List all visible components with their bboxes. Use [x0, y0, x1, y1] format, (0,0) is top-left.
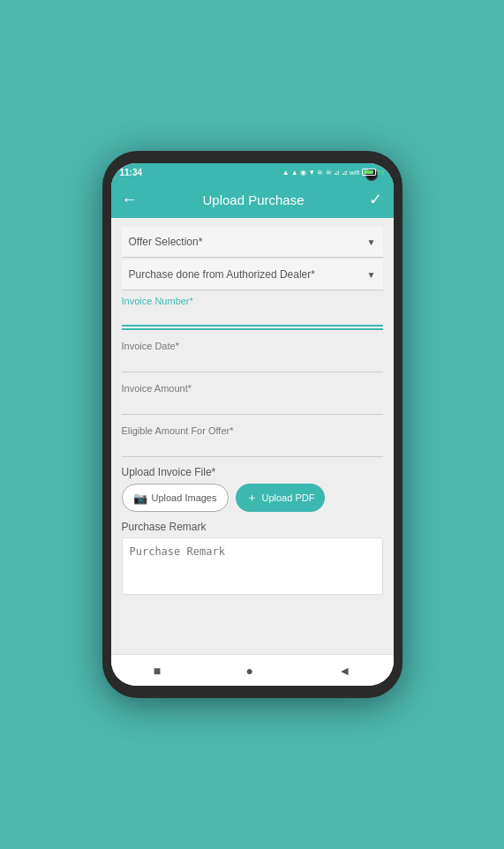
nav-circle-button[interactable]: ●: [246, 664, 253, 678]
status-right: ▲ ▲ ◉ ▼ ≋ ≋ ⊿ ⊿ wifi 79: [282, 169, 385, 177]
nav-square-button[interactable]: ■: [154, 664, 161, 678]
authorized-dealer-dropdown[interactable]: Purchase done from Authorized Dealer* ▼: [122, 259, 383, 290]
authorized-dealer-arrow: ▼: [367, 270, 376, 280]
form-content: Offer Selection* ▼ Purchase done from Au…: [111, 218, 394, 654]
status-time: 11:34: [120, 168, 143, 177]
plus-icon: ＋: [246, 490, 258, 506]
app-bar: ← Upload Purchase ✓: [111, 181, 394, 218]
upload-invoice-label: Upload Invoice File*: [122, 466, 383, 478]
camera-icon: 📷: [133, 492, 147, 505]
page-title: Upload Purchase: [202, 192, 304, 207]
offer-selection-arrow: ▼: [367, 237, 376, 247]
authorized-dealer-label: Purchase done from Authorized Dealer*: [129, 268, 315, 281]
purchase-remark-label: Purchase Remark: [122, 521, 383, 533]
bottom-nav: ■ ● ◄: [111, 654, 394, 686]
eligible-amount-group: Eligible Amount For Offer*: [122, 420, 383, 457]
invoice-date-label: Invoice Date*: [122, 341, 383, 351]
nav-back-button[interactable]: ◄: [338, 664, 350, 678]
signal-icons: ▲ ▲ ◉ ▼ ≋ ≋ ⊿ ⊿: [282, 169, 348, 177]
back-button[interactable]: ←: [122, 191, 138, 209]
upload-buttons-group: 📷 Upload Images ＋ Upload PDF: [122, 484, 383, 512]
status-bar: 11:34 ▲ ▲ ◉ ▼ ≋ ≋ ⊿ ⊿ wifi 79: [111, 163, 394, 181]
eligible-amount-input[interactable]: [122, 439, 383, 455]
phone-screen: 11:34 ▲ ▲ ◉ ▼ ≋ ≋ ⊿ ⊿ wifi 79 ← Upload P…: [111, 163, 394, 686]
invoice-amount-label: Invoice Amount*: [122, 383, 383, 394]
eligible-amount-label: Eligible Amount For Offer*: [122, 425, 383, 436]
invoice-number-group: Invoice Number*: [122, 290, 383, 330]
upload-images-label: Upload Images: [152, 492, 217, 503]
invoice-number-label: Invoice Number*: [122, 296, 383, 306]
invoice-amount-input[interactable]: [122, 396, 383, 412]
confirm-button[interactable]: ✓: [369, 190, 382, 209]
phone-outer: 11:34 ▲ ▲ ◉ ▼ ≋ ≋ ⊿ ⊿ wifi 79 ← Upload P…: [102, 151, 402, 698]
wifi-icon: wifi: [350, 169, 360, 177]
invoice-date-input[interactable]: [122, 354, 383, 370]
upload-pdf-label: Upload PDF: [262, 492, 315, 503]
offer-selection-dropdown[interactable]: Offer Selection* ▼: [122, 227, 383, 258]
invoice-number-input[interactable]: [122, 309, 383, 327]
battery-icon: 79: [362, 169, 385, 177]
invoice-amount-group: Invoice Amount*: [122, 378, 383, 415]
offer-selection-label: Offer Selection*: [129, 236, 203, 248]
upload-images-button[interactable]: 📷 Upload Images: [122, 484, 229, 512]
purchase-remark-input[interactable]: [122, 537, 383, 595]
invoice-date-group: Invoice Date*: [122, 335, 383, 372]
upload-pdf-button[interactable]: ＋ Upload PDF: [236, 484, 326, 512]
